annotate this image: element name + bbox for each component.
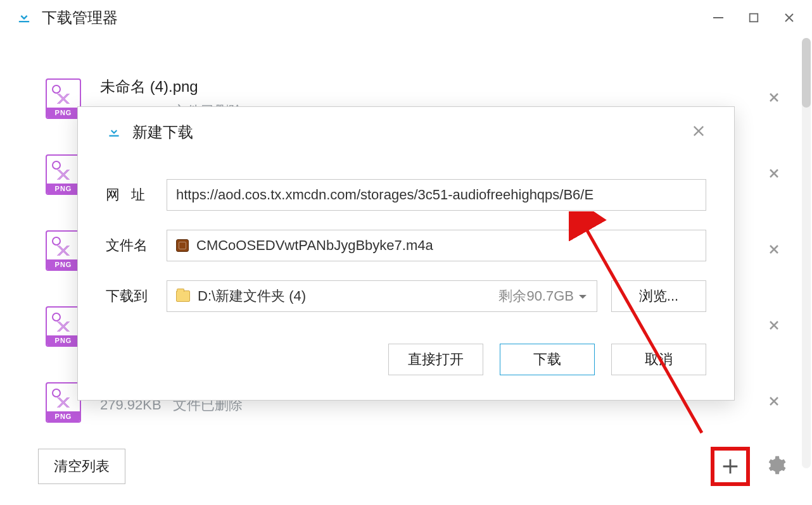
close-button[interactable] — [783, 11, 796, 24]
svg-rect-1 — [750, 14, 758, 22]
bottom-bar: 清空列表 — [38, 447, 787, 486]
remove-item-button[interactable] — [768, 242, 780, 259]
download-icon — [106, 123, 122, 142]
new-download-dialog: 新建下载 网 址 https://aod.cos.tx.xmcdn.com/st… — [77, 106, 735, 401]
m4a-file-icon — [176, 239, 189, 252]
browse-button[interactable]: 浏览... — [611, 280, 706, 312]
remove-item-button[interactable] — [768, 318, 780, 335]
dialog-title: 新建下载 — [132, 122, 193, 142]
chevron-down-icon — [578, 288, 588, 304]
remove-item-button[interactable] — [768, 166, 780, 184]
window-titlebar: 下载管理器 — [0, 0, 812, 35]
add-download-button[interactable] — [711, 447, 750, 486]
save-path-dropdown[interactable]: D:\新建文件夹 (4) 剩余90.7GB — [167, 280, 597, 312]
filename-label: 文件名 — [106, 236, 167, 255]
url-input[interactable]: https://aod.cos.tx.xmcdn.com/storages/3c… — [167, 179, 706, 211]
filename-input[interactable]: CMCoOSEDVwtPANbJygBbyke7.m4a — [167, 230, 706, 261]
png-file-icon: PNG — [46, 230, 81, 271]
free-space-text: 剩余90.7GB — [498, 287, 574, 306]
plus-icon — [720, 456, 741, 477]
gear-icon — [765, 454, 787, 476]
download-button[interactable]: 下载 — [500, 344, 595, 375]
svg-rect-0 — [713, 17, 723, 18]
file-name: 未命名 (4).png — [100, 77, 774, 97]
clear-list-button[interactable]: 清空列表 — [38, 449, 125, 484]
remove-item-button[interactable] — [768, 394, 780, 411]
maximize-button[interactable] — [747, 11, 760, 24]
saveto-label: 下载到 — [106, 287, 167, 306]
cancel-button[interactable]: 取消 — [611, 344, 706, 375]
dialog-close-button[interactable] — [691, 123, 706, 141]
scrollbar-thumb[interactable] — [802, 38, 811, 108]
scrollbar[interactable] — [802, 38, 811, 468]
settings-button[interactable] — [765, 454, 787, 478]
download-icon — [15, 8, 33, 28]
open-directly-button[interactable]: 直接打开 — [388, 344, 483, 375]
url-label: 网 址 — [106, 185, 167, 204]
remove-item-button[interactable] — [768, 90, 780, 108]
png-file-icon: PNG — [46, 382, 81, 423]
folder-icon — [176, 290, 190, 302]
window-title: 下载管理器 — [42, 8, 118, 28]
minimize-button[interactable] — [712, 11, 725, 24]
png-file-icon: PNG — [46, 78, 81, 119]
png-file-icon: PNG — [46, 154, 81, 195]
png-file-icon: PNG — [46, 306, 81, 347]
